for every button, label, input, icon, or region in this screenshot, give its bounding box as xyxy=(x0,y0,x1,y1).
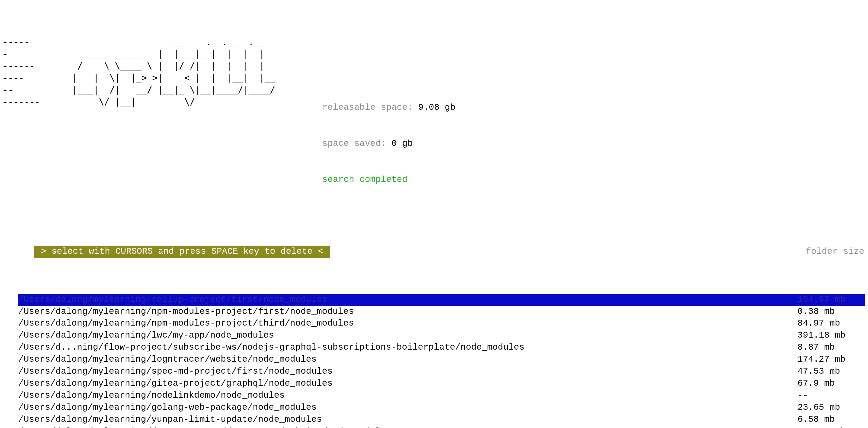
list-item[interactable]: /Users/dalong/mylearning/npm-modules-pro… xyxy=(18,306,865,318)
instructions-banner: > select with CURSORS and press SPACE ke… xyxy=(34,246,330,258)
folder-path: /Users/dalong/mylearning/nodelinkdemo/no… xyxy=(18,390,285,402)
folder-path: /Users/d...ning/flow-project/subscribe-w… xyxy=(18,342,524,353)
list-item[interactable]: /Users/dalong/mylearning/npm-modules-pro… xyxy=(18,317,865,330)
header-block: ----- __ .__.__ .__ - ____ ______ | | __… xyxy=(3,36,865,210)
list-item[interactable]: /Users/d...ning/flow-project/subscribe-w… xyxy=(18,342,865,353)
folder-path: /Users/dalong/mylearning/rollup-project/… xyxy=(18,294,327,306)
folder-size: 6.58 mb xyxy=(798,413,865,426)
folder-path: /Users/dalong/mylearning/logntracer/webs… xyxy=(18,353,317,366)
list-item[interactable]: /Users/dalong/mylearning/logntracer/webs… xyxy=(18,353,865,366)
folder-list[interactable]: /Users/dalong/mylearning/rollup-project/… xyxy=(3,294,865,428)
folder-size: 23.65 mb xyxy=(798,402,865,413)
npkill-logo-ascii: ----- __ .__.__ .__ - ____ ______ | | __… xyxy=(3,36,275,108)
folder-size: 104.97 mb xyxy=(798,294,865,306)
list-item[interactable]: /Users/dalong/mylearning/spec-md-project… xyxy=(18,366,865,377)
space-saved-label: space saved: xyxy=(322,139,392,148)
folder-size: -- xyxy=(798,390,865,402)
folder-size: 178.54 mb xyxy=(798,426,865,428)
list-item[interactable]: /Users/dalong/mylearning/yunpan-limit-up… xyxy=(18,413,865,426)
folder-path: /Users/dalong/mylearning/yunpan-limit-up… xyxy=(18,413,322,426)
folder-size: 67.9 mb xyxy=(798,377,865,390)
folder-path: /Users/dalong/mylearning/lwc/my-app/node… xyxy=(18,330,274,342)
folder-size: 8.87 mb xyxy=(798,342,865,353)
folder-path: /Users/dalong/mylearning/gitea-project/g… xyxy=(18,377,333,390)
folder-size: 47.53 mb xyxy=(798,366,865,377)
folder-size-header: folder size xyxy=(806,246,865,258)
folder-size: 391.18 mb xyxy=(798,330,865,342)
folder-path: /Users/dalong/mylearning/golang-web-pack… xyxy=(18,402,317,413)
folder-path: /Users/dalong/mylearning/npm-modules-pro… xyxy=(18,306,354,318)
releasable-space-label: releasable space: xyxy=(322,103,418,112)
folder-path: /Users/dalong/mylearning/docs-generate/d… xyxy=(18,426,391,428)
list-item[interactable]: /Users/dalong/mylearning/lwc/my-app/node… xyxy=(18,330,865,342)
space-saved-line: space saved: 0 gb xyxy=(322,138,456,150)
folder-size: 84.97 mb xyxy=(798,317,865,330)
list-item[interactable]: /Users/dalong/mylearning/docs-generate/d… xyxy=(18,426,865,428)
list-item[interactable]: /Users/dalong/mylearning/golang-web-pack… xyxy=(18,402,865,413)
list-item[interactable]: /Users/dalong/mylearning/gitea-project/g… xyxy=(18,377,865,390)
list-item[interactable]: /Users/dalong/mylearning/nodelinkdemo/no… xyxy=(18,390,865,402)
folder-size: 0.38 mb xyxy=(798,306,865,318)
releasable-space-value: 9.08 gb xyxy=(418,103,456,112)
stats-panel: releasable space: 9.08 gb space saved: 0… xyxy=(275,36,456,210)
search-status: search completed xyxy=(322,174,456,186)
space-saved-value: 0 gb xyxy=(392,139,413,148)
folder-path: /Users/dalong/mylearning/spec-md-project… xyxy=(18,366,333,377)
folder-path: /Users/dalong/mylearning/npm-modules-pro… xyxy=(18,317,354,330)
releasable-space-line: releasable space: 9.08 gb xyxy=(322,102,456,114)
instructions-row: > select with CURSORS and press SPACE ke… xyxy=(3,246,865,258)
list-item[interactable]: /Users/dalong/mylearning/rollup-project/… xyxy=(18,294,865,306)
terminal-root: ----- __ .__.__ .__ - ____ ______ | | __… xyxy=(0,0,868,428)
folder-size: 174.27 mb xyxy=(798,353,865,366)
